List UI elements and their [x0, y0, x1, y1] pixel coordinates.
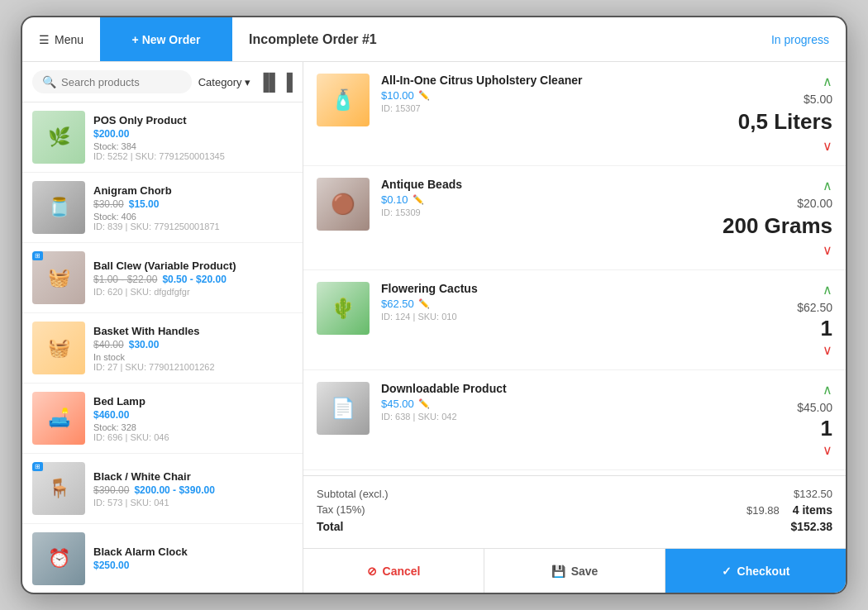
category-label: Category [198, 76, 242, 88]
list-item[interactable]: ⏰ Black Alarm Clock $250.00 [22, 524, 303, 593]
product-info: Anigram Chorb $30.00 $15.00 Stock: 406 I… [93, 184, 293, 231]
product-thumbnail: 🛋️ [32, 392, 85, 445]
price-row: $200.00 [93, 128, 293, 140]
main-content: 🔍 Category ▾ ▐▌▐ 🌿 POS Only Product $200… [22, 62, 846, 593]
product-name: POS Only Product [93, 114, 293, 126]
order-item-id: ID: 124 | SKU: 010 [381, 312, 722, 322]
list-item[interactable]: ⊞ 🪑 Black / White Chair $390.00 $200.00 … [22, 454, 303, 524]
product-image: ⏰ [32, 532, 85, 585]
item-quantity: 1 [821, 317, 832, 339]
list-item[interactable]: 🌿 POS Only Product $200.00 Stock: 384 ID… [22, 102, 303, 173]
barcode-icon[interactable]: ▐▌▐ [257, 73, 293, 92]
id-sku: ID: 620 | SKU: dfgdfgfgr [93, 287, 293, 297]
id-sku: ID: 27 | SKU: 7790121001262 [93, 362, 293, 372]
decrease-icon[interactable]: ∨ [823, 342, 832, 358]
price-value: $45.00 [381, 398, 414, 410]
product-name: Bed Lamp [93, 395, 293, 407]
order-item-name: Antique Beads [381, 178, 711, 191]
product-image: 🧺 [32, 322, 85, 374]
product-thumbnail: 🌿 [32, 111, 85, 164]
product-image: 🌿 [32, 111, 85, 164]
id-sku: ID: 573 | SKU: 041 [93, 498, 293, 508]
search-bar: 🔍 Category ▾ ▐▌▐ [22, 62, 303, 102]
total-row: Total $152.38 [317, 520, 832, 533]
increase-icon[interactable]: ∧ [823, 382, 832, 398]
order-item-id: ID: 638 | SKU: 042 [381, 412, 722, 422]
product-name: Basket With Handles [93, 325, 293, 337]
order-summary: Subtotal (excl.) $132.50 Tax (15%) $19.8… [303, 475, 846, 548]
price-value: $62.50 [381, 298, 414, 310]
order-item-info: Flowering Cactus $62.50 ✏️ ID: 124 | SKU… [381, 282, 722, 322]
list-item[interactable]: 🛋️ Bed Lamp $460.00 Stock: 328 ID: 696 |… [22, 384, 303, 454]
checkmark-icon: ✓ [722, 565, 732, 578]
list-item[interactable]: 🫙 Anigram Chorb $30.00 $15.00 Stock: 406… [22, 173, 303, 243]
total-label: Total [317, 520, 343, 533]
id-sku: ID: 696 | SKU: 046 [93, 432, 293, 442]
price-current: $460.00 [93, 409, 129, 421]
price-value: $10.00 [381, 89, 414, 102]
edit-icon[interactable]: ✏️ [418, 90, 430, 101]
cancel-button[interactable]: ⊘ Cancel [303, 549, 484, 593]
save-label: Save [571, 565, 599, 578]
cancel-label: Cancel [383, 565, 421, 578]
footer-actions: ⊘ Cancel 💾 Save ✓ Checkout [303, 548, 846, 593]
increase-icon[interactable]: ∧ [823, 74, 832, 89]
items-count-badge: 4 items [793, 503, 832, 517]
cancel-icon: ⊘ [367, 565, 377, 578]
product-list: 🌿 POS Only Product $200.00 Stock: 384 ID… [22, 102, 303, 593]
price-original: $30.00 [93, 198, 124, 210]
product-info: Ball Clew (Variable Product) $1.00 - $22… [93, 260, 293, 297]
order-item-price: $45.00 ✏️ [381, 398, 722, 410]
product-info: Bed Lamp $460.00 Stock: 328 ID: 696 | SK… [93, 395, 293, 442]
status-badge: In progress [755, 33, 846, 46]
app-container: ☰ Menu + New Order Incomplete Order #1 I… [21, 16, 847, 594]
order-item-name: Flowering Cactus [381, 282, 722, 295]
variable-badge: ⊞ [32, 251, 43, 260]
order-item-right: ∧ $5.00 0,5 Liters ∨ [733, 74, 832, 154]
subtotal-row: Subtotal (excl.) $132.50 [317, 488, 832, 500]
stock-info: In stock [93, 352, 293, 362]
order-item-thumbnail: 🧴 [317, 74, 370, 126]
hamburger-icon: ☰ [39, 33, 50, 46]
order-item-info: All-In-One Citrus Upholstery Cleaner $10… [381, 74, 722, 113]
list-item[interactable]: 🧺 Basket With Handles $40.00 $30.00 In s… [22, 313, 303, 384]
order-item-price: $62.50 ✏️ [381, 298, 722, 310]
increase-icon[interactable]: ∧ [823, 282, 832, 298]
decrease-icon[interactable]: ∨ [823, 442, 832, 458]
decrease-icon[interactable]: ∨ [823, 242, 832, 258]
order-item-id: ID: 15309 [381, 207, 711, 217]
product-name: Ball Clew (Variable Product) [93, 260, 293, 272]
checkout-button[interactable]: ✓ Checkout [665, 549, 846, 593]
menu-button[interactable]: ☰ Menu [22, 17, 100, 61]
price-current: $200.00 - $390.00 [134, 484, 214, 496]
stock-info: Stock: 328 [93, 422, 293, 432]
order-item-id: ID: 15307 [381, 103, 722, 113]
price-row: $390.00 $200.00 - $390.00 [93, 484, 293, 496]
edit-icon[interactable]: ✏️ [418, 298, 430, 309]
list-item[interactable]: ⊞ 🧺 Ball Clew (Variable Product) $1.00 -… [22, 243, 303, 313]
edit-icon[interactable]: ✏️ [413, 194, 424, 205]
category-dropdown[interactable]: Category ▾ [198, 76, 251, 88]
item-display-price: $5.00 [804, 93, 832, 106]
id-sku: ID: 839 | SKU: 7791250001871 [93, 222, 293, 231]
decrease-icon[interactable]: ∨ [823, 138, 832, 154]
price-row: $40.00 $30.00 [93, 339, 293, 350]
product-info: Basket With Handles $40.00 $30.00 In sto… [93, 325, 293, 372]
order-item: 🧴 All-In-One Citrus Upholstery Cleaner $… [303, 62, 846, 166]
order-item-name: All-In-One Citrus Upholstery Cleaner [381, 74, 722, 87]
new-order-button[interactable]: + New Order [100, 17, 232, 61]
increase-icon[interactable]: ∧ [823, 178, 832, 193]
right-panel: 🧴 All-In-One Citrus Upholstery Cleaner $… [303, 62, 846, 593]
save-button[interactable]: 💾 Save [484, 549, 665, 593]
search-icon: 🔍 [42, 75, 56, 88]
search-input[interactable] [61, 76, 182, 88]
edit-icon[interactable]: ✏️ [418, 398, 430, 409]
order-item-info: Downloadable Product $45.00 ✏️ ID: 638 |… [381, 382, 722, 422]
search-input-wrap[interactable]: 🔍 [32, 70, 192, 93]
tax-value: $19.88 [746, 504, 780, 517]
product-info: Black Alarm Clock $250.00 [93, 546, 293, 573]
order-items: 🧴 All-In-One Citrus Upholstery Cleaner $… [303, 62, 846, 475]
product-thumbnail: ⊞ 🧺 [32, 251, 85, 304]
order-item-info: Antique Beads $0.10 ✏️ ID: 15309 [381, 178, 711, 217]
product-thumbnail: 🧺 [32, 322, 85, 374]
